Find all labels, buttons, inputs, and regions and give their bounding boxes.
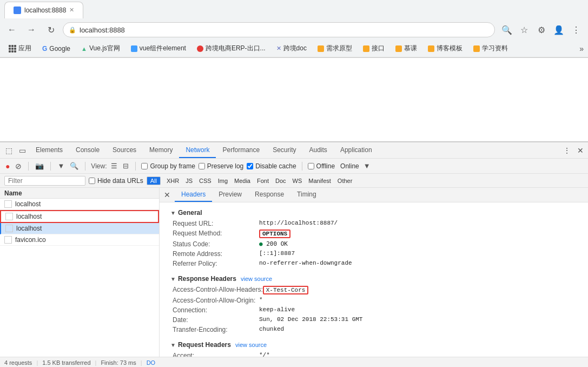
filter-font[interactable]: Font bbox=[254, 177, 272, 185]
tab-headers[interactable]: Headers bbox=[175, 188, 212, 202]
filter-doc[interactable]: Doc bbox=[273, 177, 289, 185]
bookmark-api[interactable]: 接口 bbox=[359, 43, 389, 54]
bookmark-google[interactable]: G Google bbox=[38, 44, 75, 54]
filter-manifest[interactable]: Manifest bbox=[306, 177, 334, 185]
tab-timing[interactable]: Timing bbox=[290, 188, 323, 202]
request-view-source-link[interactable]: view source bbox=[235, 342, 267, 348]
bookmark-element[interactable]: vue组件element bbox=[127, 43, 190, 54]
network-list: Name localhost localhost localhost bbox=[0, 188, 160, 357]
bookmark-doc[interactable]: ✕ 跨境doc bbox=[272, 43, 311, 54]
detail-close-icon[interactable]: ✕ bbox=[160, 188, 175, 202]
bookmark-star-icon[interactable]: ☆ bbox=[517, 22, 532, 37]
row-checkbox-2[interactable] bbox=[5, 213, 13, 220]
tab-preview[interactable]: Preview bbox=[212, 188, 248, 202]
tab-application[interactable]: Application bbox=[334, 143, 379, 158]
bookmark-vue[interactable]: ▲ Vue.js官网 bbox=[77, 43, 124, 54]
record-button[interactable]: ● bbox=[4, 161, 11, 172]
row-checkbox-3[interactable] bbox=[5, 225, 13, 232]
tab-security[interactable]: Security bbox=[266, 143, 302, 158]
devtools-close-icon[interactable]: ✕ bbox=[575, 145, 586, 156]
filter-js[interactable]: JS bbox=[183, 177, 195, 185]
filter-css[interactable]: CSS bbox=[196, 177, 214, 185]
search-icon[interactable]: 🔍 bbox=[499, 22, 514, 37]
status-do[interactable]: DO bbox=[147, 359, 156, 366]
network-list-items: localhost localhost localhost favicon.ic… bbox=[0, 199, 159, 357]
list-item[interactable]: localhost bbox=[0, 223, 159, 234]
devtools-device-icon[interactable]: ▭ bbox=[16, 146, 29, 155]
bookmark-blog[interactable]: 博客模板 bbox=[424, 43, 467, 54]
status-sep-3: | bbox=[141, 359, 142, 366]
toolbar-separator-4 bbox=[135, 162, 136, 171]
disable-cache-input[interactable] bbox=[247, 163, 253, 169]
back-button[interactable]: ← bbox=[4, 22, 19, 37]
tab-performance[interactable]: Performance bbox=[216, 143, 266, 158]
bookmark-erp[interactable]: 跨境电商ERP-出口... bbox=[193, 43, 270, 54]
devtools-inspect-icon[interactable]: ⬚ bbox=[2, 146, 16, 155]
toolbar-separator-2 bbox=[50, 162, 51, 171]
preserve-log-checkbox[interactable]: Preserve log bbox=[199, 162, 243, 170]
list-item[interactable]: localhost bbox=[0, 199, 159, 210]
offline-input[interactable] bbox=[308, 163, 314, 169]
menu-icon[interactable]: ⋮ bbox=[569, 22, 584, 37]
list-item[interactable]: localhost bbox=[0, 210, 159, 223]
extensions-icon[interactable]: ⚙ bbox=[534, 22, 549, 37]
bookmarks-more-icon[interactable]: » bbox=[579, 44, 584, 53]
group-by-frame-checkbox[interactable]: Group by frame bbox=[141, 162, 195, 170]
list-item[interactable]: favicon.ico bbox=[0, 234, 159, 246]
tab-response[interactable]: Response bbox=[248, 188, 290, 202]
camera-button[interactable]: 📷 bbox=[34, 161, 45, 171]
network-toolbar: ● ⊘ 📷 ▼ 🔍 View: ☰ ⊟ Group by frame Prese… bbox=[0, 159, 588, 174]
filter-other[interactable]: Other bbox=[335, 177, 355, 185]
network-list-header: Name bbox=[0, 188, 159, 199]
tab-close-icon[interactable]: ✕ bbox=[69, 6, 74, 14]
bookmark-mooc-label: 慕课 bbox=[404, 44, 417, 53]
hide-data-urls-checkbox[interactable]: Hide data URLs bbox=[89, 177, 143, 185]
devtools-more-icon[interactable]: ⋮ bbox=[561, 145, 573, 156]
disable-cache-checkbox[interactable]: Disable cache bbox=[247, 162, 296, 170]
preserve-log-input[interactable] bbox=[199, 163, 205, 169]
filter-xhr[interactable]: XHR bbox=[164, 177, 182, 185]
status-ok-icon: ● bbox=[259, 240, 263, 247]
row-name-4: favicon.ico bbox=[15, 236, 46, 244]
headers-content: ▼ General Request URL: http://localhost:… bbox=[160, 202, 588, 357]
filter-button[interactable]: ▼ bbox=[56, 161, 65, 171]
group-by-frame-input[interactable] bbox=[141, 163, 148, 169]
view-large-icon[interactable]: ⊟ bbox=[122, 161, 130, 171]
tab-network[interactable]: Network bbox=[179, 143, 216, 158]
tab-sources[interactable]: Sources bbox=[106, 143, 143, 158]
status-finish: Finish: 73 ms bbox=[101, 359, 136, 366]
tab-memory[interactable]: Memory bbox=[143, 143, 179, 158]
bookmark-study[interactable]: 学习资料 bbox=[469, 43, 512, 54]
tab-elements[interactable]: Elements bbox=[29, 143, 69, 158]
bookmark-prototype[interactable]: 需求原型 bbox=[313, 43, 356, 54]
filter-img[interactable]: Img bbox=[215, 177, 230, 185]
hide-data-urls-input[interactable] bbox=[89, 178, 95, 184]
request-url-label: Request URL: bbox=[173, 220, 259, 227]
accept-value: */* bbox=[259, 352, 270, 357]
profile-icon[interactable]: 👤 bbox=[551, 22, 566, 37]
filter-ws[interactable]: WS bbox=[290, 177, 305, 185]
forward-button[interactable]: → bbox=[24, 22, 39, 37]
acao-headers-value: X-Test-Cors bbox=[263, 286, 309, 294]
search-button[interactable]: 🔍 bbox=[69, 161, 80, 171]
view-list-icon[interactable]: ☰ bbox=[110, 161, 118, 171]
bookmark-mooc[interactable]: 慕课 bbox=[391, 43, 421, 54]
omnibox-bar: ← → ↻ 🔒 localhost:8888 🔍 ☆ ⚙ 👤 ⋮ bbox=[0, 19, 588, 40]
address-bar[interactable]: 🔒 localhost:8888 bbox=[63, 22, 495, 37]
tab-console[interactable]: Console bbox=[69, 143, 106, 158]
refresh-button[interactable]: ↻ bbox=[43, 22, 58, 37]
clear-button[interactable]: ⊘ bbox=[14, 161, 23, 172]
row-checkbox-4[interactable] bbox=[4, 236, 12, 244]
active-tab[interactable]: localhost:8888 ✕ bbox=[4, 2, 83, 18]
bookmark-apps[interactable]: 应用 bbox=[4, 43, 36, 54]
row-checkbox-1[interactable] bbox=[4, 200, 12, 208]
throttle-dropdown-icon[interactable]: ▼ bbox=[362, 161, 372, 171]
filter-media[interactable]: Media bbox=[232, 177, 253, 185]
offline-checkbox[interactable]: Offline bbox=[308, 162, 335, 170]
filter-input[interactable] bbox=[4, 176, 85, 186]
url-display[interactable]: localhost:8888 bbox=[80, 26, 489, 34]
tab-audits[interactable]: Audits bbox=[303, 143, 334, 158]
response-view-source-link[interactable]: view source bbox=[241, 276, 272, 282]
all-filter-button[interactable]: All bbox=[147, 176, 161, 185]
bookmark-google-label: Google bbox=[49, 45, 70, 53]
